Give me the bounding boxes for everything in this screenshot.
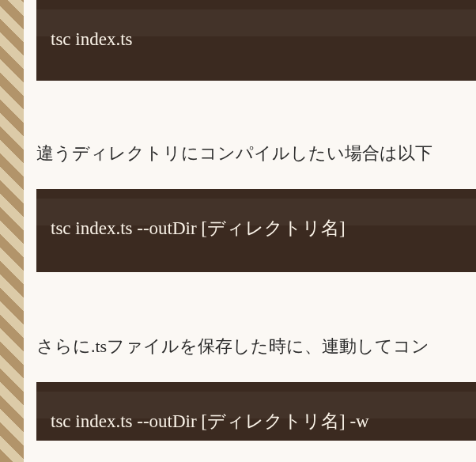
code-block-2: tsc index.ts --outDir [ディレクトリ名] [36,189,476,271]
left-stripe-rail [0,0,24,462]
article-content: tsc index.ts 違うディレクトリにコンパイルしたい場合は以下 tsc … [24,0,476,462]
paragraph-2: さらに.tsファイルを保存した時に、連動してコン [36,332,476,360]
code-text: tsc index.ts --outDir [ディレクトリ名] [51,218,346,238]
paragraph-1: 違うディレクトリにコンパイルしたい場合は以下 [36,139,476,167]
code-block-1: tsc index.ts [36,0,476,81]
code-text: tsc index.ts --outDir [ディレクトリ名] -w [51,411,369,431]
code-block-3: tsc index.ts --outDir [ディレクトリ名] -w [36,382,476,441]
code-text: tsc index.ts [51,29,133,49]
